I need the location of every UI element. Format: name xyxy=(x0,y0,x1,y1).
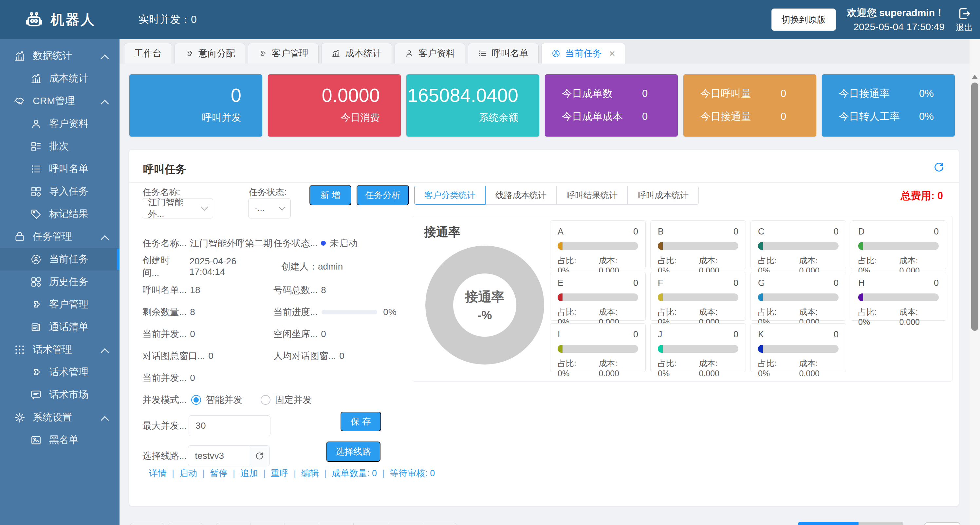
tab-intent-allocation[interactable]: 意向分配 xyxy=(175,43,245,64)
puzzle-icon xyxy=(258,49,267,58)
category-progress xyxy=(858,242,939,250)
chevron-down-icon xyxy=(278,204,286,210)
refresh-icon[interactable] xyxy=(932,161,945,173)
task-analysis-button[interactable]: 任务分析 xyxy=(356,185,409,205)
tab-cost-stats[interactable]: 成本统计 xyxy=(321,43,392,64)
tab-customer-info[interactable]: 客户资料 xyxy=(395,43,465,64)
bar-chart-icon xyxy=(30,73,42,84)
bottom-button[interactable] xyxy=(130,523,164,525)
pagination-cell[interactable] xyxy=(353,523,388,525)
link-recall[interactable]: 重呼 xyxy=(258,468,288,478)
tab-customer-category-stats[interactable]: 客户分类统计 xyxy=(414,186,485,205)
category-progress xyxy=(758,242,838,250)
info-value: 0 xyxy=(190,373,195,383)
sidebar-item-batch[interactable]: 批次 xyxy=(0,135,119,158)
sidebar-group-label: 数据统计 xyxy=(33,49,72,62)
tab-call-list[interactable]: 呼叫名单 xyxy=(468,43,539,64)
radio-smart-concurrency[interactable]: 智能并发 xyxy=(191,394,242,406)
card-row-value: 0% xyxy=(919,88,934,100)
radio-fixed-concurrency[interactable]: 固定并发 xyxy=(261,394,312,406)
radio-selected-icon[interactable] xyxy=(191,395,201,405)
bottom-slider[interactable] xyxy=(798,522,904,525)
scrollbar-up-arrow[interactable] xyxy=(972,75,978,79)
link-pause[interactable]: 暂停 xyxy=(197,468,228,478)
sidebar-item-current-task[interactable]: 当前任务 xyxy=(0,248,119,270)
link-order-count[interactable]: 成单数量: 0 xyxy=(319,468,377,478)
bottom-outline-button[interactable] xyxy=(924,522,961,525)
sidebar-item-blacklist[interactable]: 黑名单 xyxy=(0,429,119,451)
radio-label: 固定并发 xyxy=(275,394,312,406)
info-label: 剩余数量... xyxy=(142,306,187,318)
chevron-up-icon xyxy=(100,100,109,108)
logout-button[interactable]: 退出 xyxy=(956,6,973,33)
link-pending-review[interactable]: 等待审核: 0 xyxy=(377,468,435,478)
app-root: 机器人 实时并发：0 切换到原版 欢迎您 superadmin！ 2025-05… xyxy=(0,0,980,525)
close-icon[interactable]: × xyxy=(609,48,615,59)
sidebar-item-history-task[interactable]: 历史任务 xyxy=(0,270,119,293)
sidebar-item-label: 话术市场 xyxy=(49,388,88,401)
tab-call-cost-stats[interactable]: 呼叫成本统计 xyxy=(627,186,699,205)
link-append[interactable]: 追加 xyxy=(228,468,258,478)
sidebar-item-tag-result[interactable]: 标记结果 xyxy=(0,203,119,225)
tab-workbench[interactable]: 工作台 xyxy=(124,43,172,64)
pagination-cell[interactable] xyxy=(250,523,285,525)
sidebar-item-call-records[interactable]: 通话清单 xyxy=(0,316,119,338)
category-cost: 成本: 0.000 xyxy=(799,358,838,378)
sidebar-group-crm[interactable]: CRM管理 xyxy=(0,90,119,112)
card-row-value: 0% xyxy=(919,111,934,123)
tab-current-task[interactable]: 当前任务 × xyxy=(541,43,625,64)
sidebar-item-cost-stats[interactable]: 成本统计 xyxy=(0,67,119,90)
chevron-up-icon xyxy=(100,348,109,356)
task-name-select[interactable]: 江门智能外... xyxy=(142,198,213,218)
tab-call-result-stats[interactable]: 呼叫结果统计 xyxy=(556,186,628,205)
list-icon xyxy=(30,163,42,175)
pagination-cell[interactable] xyxy=(216,523,250,525)
sidebar-item-customer-mgmt[interactable]: 客户管理 xyxy=(0,293,119,316)
sidebar-group-data-stats[interactable]: 数据统计 xyxy=(0,45,119,67)
tab-label: 工作台 xyxy=(134,47,162,60)
save-button[interactable]: 保 存 xyxy=(340,412,381,431)
sidebar-item-script-market[interactable]: 话术市场 xyxy=(0,383,119,406)
link-details[interactable]: 详情 xyxy=(149,468,167,478)
sidebar-group-script-mgmt[interactable]: 话术管理 xyxy=(0,338,119,361)
link-start[interactable]: 启动 xyxy=(167,468,197,478)
user-icon xyxy=(30,118,42,130)
sidebar-group-task-mgmt[interactable]: 任务管理 xyxy=(0,225,119,248)
category-card-d: D0 占比: 0%成本: 0.000 xyxy=(851,220,946,269)
select-line-button[interactable]: 选择线路 xyxy=(326,441,380,462)
pagination-cell[interactable] xyxy=(285,523,319,525)
sidebar-item-script-mgmt[interactable]: 话术管理 xyxy=(0,361,119,383)
pagination-cell[interactable] xyxy=(422,523,457,525)
switch-version-button[interactable]: 切换到原版 xyxy=(772,8,836,31)
bottom-button[interactable] xyxy=(168,523,203,525)
dots-grid-icon xyxy=(14,344,25,356)
scrollbar-thumb[interactable] xyxy=(971,83,978,331)
status-value: 未启动 xyxy=(330,237,357,250)
tab-line-cost-stats[interactable]: 线路成本统计 xyxy=(485,186,557,205)
add-button[interactable]: 新 增 xyxy=(309,185,352,205)
connect-rate-panel: 接通率 接通率 -% A0 占比: 0%成本: 0.000 B0 占比: 0%成… xyxy=(412,216,953,382)
max-concurrency-input[interactable] xyxy=(189,415,270,436)
info-label: 创建时间... xyxy=(142,254,186,279)
category-progress xyxy=(758,345,838,353)
info-value: admin xyxy=(318,261,343,272)
sidebar-item-customer-info[interactable]: 客户资料 xyxy=(0,112,119,135)
sidebar-item-import-task[interactable]: 导入任务 xyxy=(0,180,119,203)
category-progress-cap xyxy=(858,293,863,301)
tab-customer-mgmt[interactable]: 客户管理 xyxy=(248,43,318,64)
sidebar-item-label: 批次 xyxy=(49,140,69,153)
link-edit[interactable]: 编辑 xyxy=(288,468,319,478)
radio-unselected-icon[interactable] xyxy=(261,395,270,405)
sidebar-group-settings[interactable]: 系统设置 xyxy=(0,406,119,429)
category-cost: 成本: 0.000 xyxy=(598,358,638,378)
task-status-select[interactable]: -... xyxy=(248,198,291,218)
sidebar-item-call-list[interactable]: 呼叫名单 xyxy=(0,158,119,180)
line-refresh-button[interactable] xyxy=(249,446,269,466)
gear-icon xyxy=(14,412,25,423)
pagination-cell[interactable] xyxy=(388,523,422,525)
category-letter: F xyxy=(658,278,663,288)
tab-label: 成本统计 xyxy=(345,47,382,60)
category-card-a: A0 占比: 0%成本: 0.000 xyxy=(550,220,646,269)
pagination-cell[interactable] xyxy=(319,523,354,525)
task-info: 任务名称...江门智能外呼第二期 任务状态...未启动 创建时间...2025-… xyxy=(142,232,408,471)
